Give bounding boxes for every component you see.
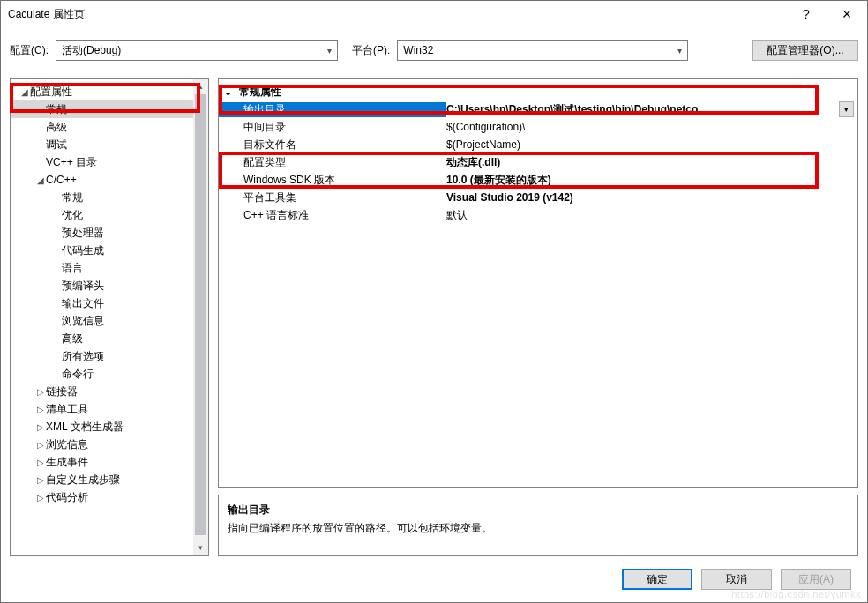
watermark: https://blog.csdn.net/yumkk xyxy=(731,589,861,599)
expander-icon[interactable]: ▷ xyxy=(35,383,46,401)
property-row[interactable]: 配置类型动态库(.dll) xyxy=(219,153,857,171)
vertical-scrollbar[interactable]: ▴ ▾ xyxy=(193,79,208,555)
tree-item[interactable]: 命令行 xyxy=(11,365,193,383)
expander-icon[interactable]: ◢ xyxy=(19,84,30,101)
tree-item[interactable]: 所有选项 xyxy=(11,347,193,365)
tree-item-label: 代码生成 xyxy=(62,244,104,257)
tree-item-label: 代码分析 xyxy=(46,491,88,503)
property-value[interactable]: 动态库(.dll) xyxy=(446,155,857,170)
tree[interactable]: ◢配置属性常规高级调试VC++ 目录◢C/C++常规优化预处理器代码生成语言预编… xyxy=(11,79,193,555)
tree-item-label: VC++ 目录 xyxy=(46,156,97,168)
scroll-up-icon[interactable]: ▴ xyxy=(193,79,208,94)
tree-item[interactable]: 调试 xyxy=(11,136,193,153)
property-value[interactable]: $(Configuration)\ xyxy=(446,121,857,133)
property-value[interactable]: 10.0 (最新安装的版本) xyxy=(446,173,857,188)
tree-item-label: 配置属性 xyxy=(30,86,72,98)
tree-item[interactable]: ▷链接器 xyxy=(11,383,193,400)
tree-item[interactable]: ▷自定义生成步骤 xyxy=(11,471,193,488)
description-panel: 输出目录 指向已编译程序的放置位置的路径。可以包括环境变量。 xyxy=(218,495,858,556)
config-row: 配置(C): 活动(Debug) ▾ 平台(P): Win32 ▾ 配置管理器(… xyxy=(1,27,867,70)
scroll-track[interactable] xyxy=(193,94,208,540)
tree-item-label: C/C++ xyxy=(46,174,77,186)
ok-button[interactable]: 确定 xyxy=(622,569,692,590)
tree-item-label: 所有选项 xyxy=(62,350,104,362)
property-value[interactable]: $(ProjectName) xyxy=(446,138,857,151)
tree-item[interactable]: ▷XML 文档生成器 xyxy=(11,418,193,436)
tree-item[interactable]: ▷生成事件 xyxy=(11,453,193,471)
property-value[interactable]: Visual Studio 2019 (v142) xyxy=(446,191,857,204)
config-dropdown[interactable]: 活动(Debug) ▾ xyxy=(56,40,338,61)
tree-item[interactable]: 预编译头 xyxy=(11,277,193,294)
tree-item-label: 预处理器 xyxy=(62,227,104,239)
property-value[interactable]: 默认 xyxy=(446,208,857,223)
tree-item[interactable]: 输出文件 xyxy=(11,294,193,312)
expander-icon[interactable]: ▷ xyxy=(35,472,46,489)
section-header[interactable]: ⌄ 常规属性 xyxy=(219,83,857,100)
tree-item-label: 浏览信息 xyxy=(62,315,104,327)
scroll-down-icon[interactable]: ▾ xyxy=(193,540,208,555)
tree-item-label: 浏览信息 xyxy=(46,438,88,450)
tree-item[interactable]: 高级 xyxy=(11,330,193,347)
property-row[interactable]: 中间目录$(Configuration)\ xyxy=(219,118,857,136)
property-label: 配置类型 xyxy=(243,155,446,170)
expander-icon[interactable]: ▷ xyxy=(35,489,46,507)
property-row[interactable]: Windows SDK 版本10.0 (最新安装的版本) xyxy=(219,171,857,189)
window-title: Caculate 属性页 xyxy=(8,7,786,22)
scroll-thumb[interactable] xyxy=(195,94,206,535)
tree-item-label: 调试 xyxy=(46,138,67,151)
tree-item[interactable]: 代码生成 xyxy=(11,242,193,259)
tree-item[interactable]: 优化 xyxy=(11,206,193,224)
help-button[interactable]: ? xyxy=(786,1,827,27)
property-label: Windows SDK 版本 xyxy=(243,173,446,188)
property-label: C++ 语言标准 xyxy=(243,208,446,223)
tree-item-label: 优化 xyxy=(62,209,83,221)
body: ◢配置属性常规高级调试VC++ 目录◢C/C++常规优化预处理器代码生成语言预编… xyxy=(1,70,867,556)
config-manager-button[interactable]: 配置管理器(O)... xyxy=(752,40,858,61)
tree-item[interactable]: 常规 xyxy=(11,100,193,118)
tree-item[interactable]: ▷代码分析 xyxy=(11,488,193,506)
chevron-down-icon[interactable]: ▾ xyxy=(839,101,854,117)
tree-item[interactable]: 常规 xyxy=(11,189,193,206)
tree-item[interactable]: 预处理器 xyxy=(11,224,193,242)
property-label: 中间目录 xyxy=(243,120,446,135)
footer: 确定 取消 应用(A) https://blog.csdn.net/yumkk xyxy=(1,556,867,602)
expander-icon[interactable]: ◢ xyxy=(35,172,46,190)
tree-item[interactable]: ▷清单工具 xyxy=(11,400,193,418)
property-grid[interactable]: ⌄ 常规属性 输出目录C:\Users\hp\Desktop\测试\testin… xyxy=(218,78,858,488)
tree-item-label: 命令行 xyxy=(62,368,94,380)
tree-item[interactable]: VC++ 目录 xyxy=(11,153,193,171)
tree-item-label: 高级 xyxy=(46,121,67,133)
expander-icon[interactable]: ▷ xyxy=(35,454,46,472)
platform-dropdown[interactable]: Win32 ▾ xyxy=(397,40,688,61)
property-row[interactable]: C++ 语言标准默认 xyxy=(219,206,857,224)
chevron-down-icon: ▾ xyxy=(677,46,682,56)
tree-item[interactable]: ◢配置属性 xyxy=(11,83,193,100)
property-row[interactable]: 输出目录C:\Users\hp\Desktop\测试\testing\bin\D… xyxy=(219,100,857,118)
tree-item[interactable]: 高级 xyxy=(11,118,193,136)
tree-item[interactable]: 语言 xyxy=(11,259,193,277)
tree-item[interactable]: ◢C/C++ xyxy=(11,171,193,189)
titlebar: Caculate 属性页 ? × xyxy=(1,1,867,27)
cancel-button[interactable]: 取消 xyxy=(701,569,772,590)
tree-item-label: 高级 xyxy=(62,332,83,345)
expander-icon[interactable]: ▷ xyxy=(35,401,46,419)
property-value[interactable]: C:\Users\hp\Desktop\测试\testing\bin\Debug… xyxy=(446,102,857,117)
platform-label: 平台(P): xyxy=(352,43,390,58)
tree-item[interactable]: ▷浏览信息 xyxy=(11,436,193,453)
property-row[interactable]: 平台工具集Visual Studio 2019 (v142) xyxy=(219,189,857,206)
tree-item-label: 清单工具 xyxy=(46,403,88,415)
tree-panel: ◢配置属性常规高级调试VC++ 目录◢C/C++常规优化预处理器代码生成语言预编… xyxy=(10,78,209,556)
close-button[interactable]: × xyxy=(827,1,867,27)
property-row[interactable]: 目标文件名$(ProjectName) xyxy=(219,136,857,153)
tree-item-label: 常规 xyxy=(62,191,83,204)
right-panel: ⌄ 常规属性 输出目录C:\Users\hp\Desktop\测试\testin… xyxy=(218,78,858,556)
expander-icon[interactable]: ▷ xyxy=(35,419,46,436)
tree-item[interactable]: 浏览信息 xyxy=(11,312,193,330)
tree-item-label: XML 文档生成器 xyxy=(46,421,123,433)
property-label: 目标文件名 xyxy=(243,138,446,153)
expander-icon[interactable]: ▷ xyxy=(35,436,46,454)
tree-item-label: 语言 xyxy=(62,262,83,274)
apply-button[interactable]: 应用(A) xyxy=(781,569,851,590)
tree-item-label: 自定义生成步骤 xyxy=(46,473,120,486)
tree-item-label: 预编译头 xyxy=(62,279,104,292)
